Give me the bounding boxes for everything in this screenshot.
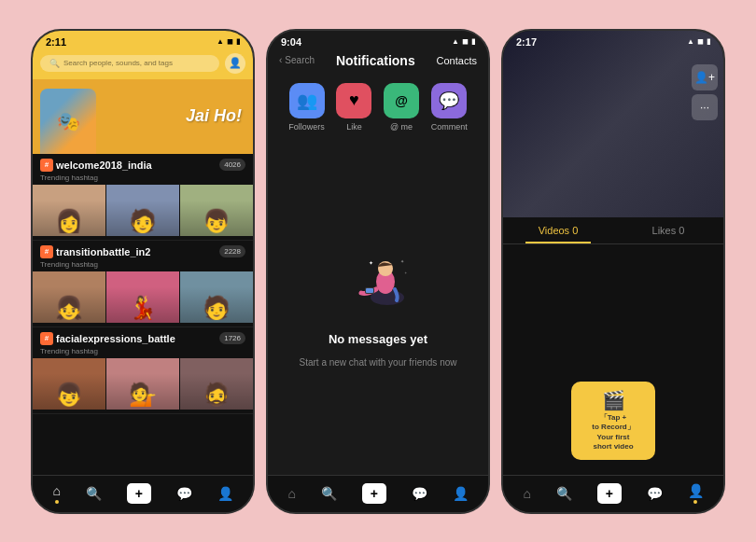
back-search-btn[interactable]: ‹ Search bbox=[279, 55, 315, 65]
signal-icon-2: ◼ bbox=[462, 37, 469, 46]
count-badge-1: 4026 bbox=[219, 159, 245, 171]
hashtag-item-1[interactable]: # welcome2018_india 4026 Trending hashta… bbox=[33, 154, 253, 241]
add-button-3[interactable]: + bbox=[597, 483, 622, 504]
search-label: Search bbox=[285, 55, 315, 65]
empty-person-svg: ✦ ✦ ✦ bbox=[341, 246, 415, 321]
battery-icon: ▮ bbox=[236, 37, 240, 46]
thumb-3-2: 💁 bbox=[106, 358, 179, 410]
nav-dot-1 bbox=[55, 500, 59, 504]
discover-icon-2: 🔍 bbox=[321, 486, 337, 501]
status-bar-2: 9:04 ▲ ◼ ▮ bbox=[268, 31, 488, 49]
profile-video-area: 👤+ ··· bbox=[503, 31, 723, 217]
messages-icon-3: 💬 bbox=[647, 486, 663, 501]
thumb-2-1: 👧 bbox=[33, 271, 105, 323]
hash-icon-3: # bbox=[40, 332, 53, 345]
profile-avatar-btn[interactable]: 👤 bbox=[225, 53, 245, 74]
status-time-2: 9:04 bbox=[281, 36, 301, 48]
profile-icon-3: 👤 bbox=[688, 483, 704, 498]
wifi-icon-3: ▲ bbox=[687, 37, 694, 46]
status-icons-2: ▲ ◼ ▮ bbox=[452, 37, 475, 46]
discover-icon-3: 🔍 bbox=[556, 486, 572, 501]
hashtag-list: # welcome2018_india 4026 Trending hashta… bbox=[33, 154, 253, 475]
add-button-2[interactable]: + bbox=[362, 483, 386, 504]
like-icon: ♥ bbox=[336, 83, 371, 118]
nav-profile-1[interactable]: 👤 bbox=[217, 486, 233, 501]
back-chevron-icon: ‹ bbox=[279, 55, 282, 65]
nav-add-3[interactable]: + bbox=[597, 483, 622, 504]
nav-profile-3[interactable]: 👤 bbox=[688, 483, 704, 504]
tab-videos[interactable]: Videos 0 bbox=[503, 217, 613, 243]
comment-icon: 💬 bbox=[431, 83, 467, 118]
add-friend-btn[interactable]: 👤+ bbox=[692, 64, 718, 90]
status-time-3: 2:17 bbox=[516, 36, 537, 48]
notification-icons-row: 👥 Followers ♥ Like @ @ me 💬 Comment bbox=[268, 76, 488, 139]
hashtag-name-1: # welcome2018_india bbox=[40, 159, 152, 172]
tap-record-card: 🎬 「Tap + to Record」 Your first short vid… bbox=[571, 382, 655, 460]
search-icon: 🔍 bbox=[49, 59, 60, 68]
search-placeholder: Search people, sounds, and tags bbox=[63, 59, 173, 67]
svg-text:✦: ✦ bbox=[404, 271, 408, 275]
nav-home-3[interactable]: ⌂ bbox=[523, 486, 530, 501]
me-label: @ me bbox=[390, 122, 413, 132]
thumb-3-1: 👦 bbox=[33, 358, 105, 410]
notif-followers[interactable]: 👥 Followers bbox=[288, 83, 325, 132]
nav-messages-1[interactable]: 💬 bbox=[176, 486, 192, 501]
nav-add-2[interactable]: + bbox=[362, 483, 386, 504]
notif-like[interactable]: ♥ Like bbox=[336, 83, 371, 132]
discover-icon-1: 🔍 bbox=[86, 486, 102, 501]
like-label: Like bbox=[346, 122, 362, 132]
profile-icon-2: 👤 bbox=[453, 486, 469, 501]
tap-record-text: 「Tap + to Record」 Your first short video bbox=[581, 413, 646, 452]
no-messages-subtitle: Start a new chat with your friends now bbox=[300, 357, 457, 368]
svg-rect-4 bbox=[366, 288, 373, 293]
home-icon-3: ⌂ bbox=[523, 486, 530, 501]
status-time-1: 2:11 bbox=[46, 36, 66, 48]
add-button-1[interactable]: + bbox=[127, 483, 151, 504]
hashtag-item-3[interactable]: # facialexpressions_battle 1726 Trending… bbox=[33, 327, 253, 414]
hash-icon-2: # bbox=[40, 245, 53, 258]
status-bar-3: 2:17 ▲ ◼ ▮ bbox=[503, 31, 723, 49]
nav-home-1[interactable]: ⌂ bbox=[52, 483, 60, 504]
followers-label: Followers bbox=[288, 122, 325, 132]
search-input[interactable]: 🔍 Search people, sounds, and tags bbox=[40, 55, 219, 72]
count-badge-2: 2228 bbox=[219, 245, 245, 257]
battery-icon-3: ▮ bbox=[707, 37, 710, 46]
tab-likes[interactable]: Likes 0 bbox=[613, 217, 723, 243]
notifications-header: ‹ Search Notifications Contacts bbox=[268, 49, 488, 76]
nav-discover-3[interactable]: 🔍 bbox=[556, 486, 572, 501]
svg-text:✦: ✦ bbox=[400, 258, 404, 264]
hashtag-sub-2: Trending hashtag bbox=[33, 260, 253, 271]
more-options-btn[interactable]: ··· bbox=[692, 94, 718, 120]
nav-discover-1[interactable]: 🔍 bbox=[86, 486, 102, 501]
bottom-nav-1: ⌂ 🔍 + 💬 👤 bbox=[33, 475, 253, 512]
thumb-3-3: 🧔 bbox=[180, 358, 253, 410]
notifications-title: Notifications bbox=[336, 53, 415, 68]
nav-dot-3 bbox=[693, 500, 697, 504]
notif-me[interactable]: @ @ me bbox=[384, 83, 419, 132]
hero-text: Jai Ho! bbox=[186, 106, 242, 126]
thumb-1-3: 👦 bbox=[180, 185, 253, 236]
nav-messages-2[interactable]: 💬 bbox=[412, 486, 427, 501]
contacts-button[interactable]: Contacts bbox=[437, 55, 477, 66]
profile-content: 🎬 「Tap + to Record」 Your first short vid… bbox=[503, 244, 723, 475]
nav-messages-3[interactable]: 💬 bbox=[647, 486, 663, 501]
nav-profile-2[interactable]: 👤 bbox=[453, 486, 469, 501]
thumbnail-row-3: 👦 💁 🧔 bbox=[33, 358, 253, 413]
nav-discover-2[interactable]: 🔍 bbox=[321, 486, 337, 501]
nav-add-1[interactable]: + bbox=[127, 483, 151, 504]
notif-comment[interactable]: 💬 Comment bbox=[431, 83, 468, 132]
thumbnail-row-1: 👩 🧑 👦 bbox=[33, 185, 253, 240]
svg-text:✦: ✦ bbox=[369, 260, 373, 266]
phone-notifications: 9:04 ▲ ◼ ▮ ‹ Search Notifications Contac… bbox=[266, 29, 490, 514]
empty-state: ✦ ✦ ✦ No messages yet Start a new chat w… bbox=[268, 139, 488, 475]
nav-home-2[interactable]: ⌂ bbox=[287, 486, 295, 501]
hashtag-item-2[interactable]: # transitionbattle_in2 2228 Trending has… bbox=[33, 241, 253, 327]
hashtag-sub-1: Trending hashtag bbox=[33, 174, 253, 185]
signal-icon: ◼ bbox=[227, 37, 233, 46]
empty-illustration: ✦ ✦ ✦ bbox=[341, 246, 415, 321]
home-icon-1: ⌂ bbox=[52, 483, 60, 498]
wifi-icon-2: ▲ bbox=[452, 37, 459, 46]
hero-illustration: 🎭 bbox=[40, 89, 96, 154]
hashtag-name-2: # transitionbattle_in2 bbox=[40, 245, 150, 258]
battery-icon-2: ▮ bbox=[471, 37, 475, 46]
